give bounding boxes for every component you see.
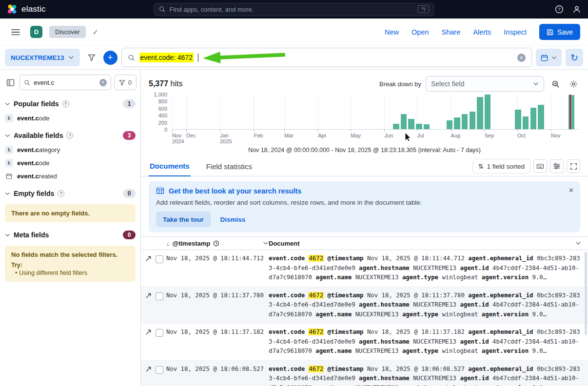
histogram-bar[interactable] [416, 124, 422, 129]
expand-document-icon[interactable] [145, 329, 152, 335]
row-checkbox[interactable] [156, 292, 163, 300]
toolbar-link-alerts[interactable]: Alerts [473, 28, 491, 36]
date-picker-button[interactable] [536, 49, 562, 66]
hits-label: hits [171, 79, 183, 88]
data-view-picker[interactable]: NUCEXTREME13 [5, 49, 80, 66]
breakdown-value: Select field [431, 80, 464, 88]
query-input[interactable]: event.code: 4672 ✕ [121, 48, 532, 67]
field-item[interactable]: kevent.code [0, 112, 140, 125]
breadcrumb[interactable]: Discover [49, 26, 86, 38]
expand-document-icon[interactable] [145, 292, 152, 299]
elastic-logo[interactable]: elastic [7, 4, 46, 15]
global-search-input[interactable]: Find apps, content, and more. ^/ [154, 3, 434, 16]
histogram-bar[interactable] [393, 124, 399, 129]
histogram-bar[interactable] [477, 97, 483, 129]
field-item[interactable]: event.created [0, 170, 140, 183]
section-popular-fields[interactable]: Popular fields ? 1 [0, 93, 140, 112]
menu-icon[interactable] [8, 24, 23, 40]
field-filter-button[interactable]: 0 [114, 75, 137, 90]
clear-query-icon[interactable]: ✕ [517, 54, 526, 62]
row-checkbox[interactable] [156, 255, 163, 263]
row-checkbox[interactable] [156, 329, 163, 337]
expand-document-icon[interactable] [145, 366, 152, 372]
clear-field-search-icon[interactable]: ✕ [99, 79, 107, 86]
breakdown-select[interactable]: Select field [426, 76, 544, 92]
chart-options-icon[interactable] [567, 77, 580, 91]
doc-field-name: agent.type [402, 385, 438, 386]
histogram-bar[interactable] [470, 112, 476, 129]
histogram-bar[interactable] [485, 95, 491, 129]
doc-field-value: NUCEXTREME13 [413, 265, 456, 271]
plot-area [172, 95, 579, 130]
table-row[interactable]: Nov 18, 2025 @ 18:11:37.182event.code 46… [141, 324, 588, 361]
section-meta-fields[interactable]: Meta fields 0 [0, 224, 140, 243]
column-timestamp[interactable]: ↓ @timestamp [166, 240, 269, 247]
toolbar-link-inspect[interactable]: Inspect [504, 28, 527, 36]
histogram-bar[interactable] [454, 117, 460, 129]
header-actions: ? [555, 5, 581, 14]
space-avatar[interactable]: D [30, 26, 42, 38]
query-bar: NUCEXTREME13 + event.code: 4672 ✕ ↻ [0, 46, 588, 70]
toolbar-link-new[interactable]: New [385, 28, 399, 36]
filter-icon[interactable] [84, 50, 99, 65]
highlighted-value: 4672 [308, 292, 324, 299]
chevron-down-icon[interactable] [575, 240, 581, 246]
field-item[interactable]: kevent.code [0, 156, 140, 170]
sorted-fields-button[interactable]: ⇅ 1 field sorted [472, 159, 530, 174]
user-menu-icon[interactable] [572, 5, 581, 14]
field-search-input[interactable]: event.c ✕ [20, 75, 111, 90]
edit-visualization-icon[interactable] [549, 77, 562, 91]
histogram-bar[interactable] [447, 120, 453, 129]
doc-field-name: agent.hostname [359, 338, 410, 345]
toolbar-link-share[interactable]: Share [442, 28, 461, 36]
chevron-down-icon [5, 101, 10, 107]
histogram-bar[interactable] [462, 114, 468, 129]
expand-document-icon[interactable] [145, 255, 152, 262]
table-row[interactable]: Nov 18, 2025 @ 18:11:37.780event.code 46… [141, 287, 588, 324]
section-available-fields[interactable]: Available fields ? 3 [0, 125, 140, 143]
fullscreen-icon[interactable] [567, 159, 580, 173]
toolbar-link-open[interactable]: Open [412, 28, 429, 36]
doc-field-name: event.code [269, 366, 305, 372]
table-row[interactable]: Nov 18, 2025 @ 18:11:44.712event.code 46… [141, 250, 588, 287]
close-icon[interactable]: ✕ [568, 187, 574, 194]
count-badge: 1 [123, 99, 136, 108]
chevron-down-icon[interactable] [263, 240, 269, 246]
save-button[interactable]: Save [539, 24, 580, 40]
histogram-bar[interactable] [515, 110, 521, 129]
doc-field-name: agent.version [482, 311, 529, 318]
chevron-down-icon [551, 55, 557, 60]
add-filter-button[interactable]: + [103, 51, 118, 65]
histogram-bar[interactable] [538, 105, 544, 129]
row-checkbox[interactable] [156, 366, 163, 374]
toggle-sidebar-icon[interactable] [4, 76, 17, 89]
table-row[interactable]: Nov 18, 2025 @ 18:06:08.527event.code 46… [141, 361, 588, 386]
histogram-bar[interactable] [530, 108, 537, 129]
tour-callout: Get the best look at your search results… [149, 181, 580, 232]
chevron-down-icon [68, 55, 74, 60]
tab-field-statistics[interactable]: Field statistics [205, 162, 253, 176]
take-tour-button[interactable]: Take the tour [156, 212, 211, 227]
histogram-bar[interactable] [424, 124, 430, 129]
dismiss-button[interactable]: Dismiss [220, 216, 245, 223]
meta-fields-try-label: Try: [11, 262, 129, 269]
scrollbar[interactable] [585, 252, 587, 335]
display-options-icon[interactable] [550, 159, 564, 173]
toolbar-links: NewOpenShareAlertsInspect [385, 28, 527, 36]
y-axis-tick-label: 800 [158, 98, 167, 104]
histogram-bar[interactable] [523, 116, 529, 129]
tab-documents[interactable]: Documents [149, 162, 191, 176]
section-title: Empty fields [14, 190, 54, 197]
keyboard-icon[interactable] [533, 159, 547, 173]
refresh-button[interactable]: ↻ [566, 49, 583, 66]
histogram-bar[interactable] [401, 114, 407, 129]
doc-field-value: Nov 18, 2025 @ 18:11:44.712 [367, 255, 465, 262]
column-document[interactable]: Document [269, 240, 581, 247]
histogram-bar[interactable] [408, 119, 414, 129]
doc-field-value: NUCEXTREME13 [355, 311, 399, 318]
section-empty-fields[interactable]: Empty fields ? 0 [0, 183, 140, 201]
help-icon[interactable]: ? [555, 5, 564, 14]
x-axis-tick-label: Apr [318, 133, 326, 138]
field-item[interactable]: kevent.category [0, 143, 140, 156]
doc-field-value: 9.0… [532, 311, 547, 318]
